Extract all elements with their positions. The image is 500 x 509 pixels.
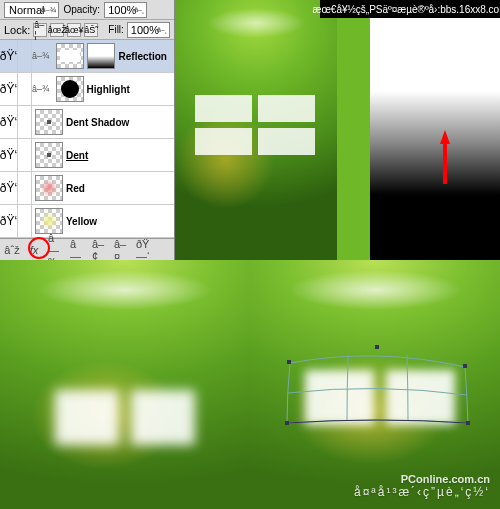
link-layers-icon[interactable]: âˆž	[4, 243, 20, 257]
layer-thumbnail[interactable]	[35, 142, 63, 168]
new-layer-icon[interactable]: â–¤	[114, 243, 130, 257]
watermark-en: PConline.com.cn	[354, 473, 490, 485]
layer-row[interactable]: ðŸ‘ Red	[0, 172, 174, 205]
link-cell[interactable]	[18, 106, 32, 139]
up-arrow-icon	[440, 130, 450, 144]
lock-pixels-icon[interactable]: âœŽ	[50, 23, 64, 37]
watermark-cn: å¤ªå¹³æ´‹ç”µè„‘ç½‘	[354, 485, 490, 499]
window-reflection-shape	[195, 95, 315, 155]
layers-panel: Normal Opacity: 100% Lock: â–¦ âœŽ âœ¥ â…	[0, 0, 175, 260]
layer-thumbnail[interactable]	[35, 109, 63, 135]
preview-blurred-reflection	[0, 260, 250, 509]
fill-label: Fill:	[108, 24, 124, 35]
lock-label: Lock:	[4, 24, 30, 36]
blurred-reflection	[55, 390, 195, 445]
opacity-label: Opacity:	[63, 4, 100, 15]
layers-footer: âˆž fx â—‰ â— â–¢ â–¤ ðŸ—‘	[0, 238, 174, 260]
layer-name: Dent	[66, 150, 174, 161]
blend-mode-value: Normal	[9, 4, 44, 16]
visibility-icon[interactable]: ðŸ‘	[0, 40, 18, 73]
opacity-value: 100%	[108, 4, 136, 16]
fill-input[interactable]: 100%	[127, 22, 170, 38]
svg-rect-3	[466, 421, 470, 425]
blend-mode-select[interactable]: Normal	[4, 2, 59, 18]
visibility-icon[interactable]: ðŸ‘	[0, 73, 18, 106]
link-cell[interactable]	[18, 73, 32, 106]
layer-thumbnail[interactable]	[56, 76, 84, 102]
layer-row[interactable]: ðŸ‘ Dent	[0, 139, 174, 172]
layer-name: Reflection	[119, 51, 174, 62]
lock-row: Lock: â–¦ âœŽ âœ¥ âŠ˜ Fill: 100%	[0, 20, 174, 40]
blend-options-row: Normal Opacity: 100%	[0, 0, 174, 20]
svg-rect-2	[285, 421, 289, 425]
lock-all-icon[interactable]: âŠ˜	[84, 23, 98, 37]
adjustment-icon[interactable]: â—	[70, 243, 86, 257]
watermark: PConline.com.cn å¤ªå¹³æ´‹ç”µè„‘ç½‘	[354, 473, 490, 499]
visibility-icon[interactable]: ðŸ‘	[0, 139, 18, 172]
group-icon[interactable]: â–¢	[92, 243, 108, 257]
trash-icon[interactable]: ðŸ—‘	[136, 243, 152, 257]
layer-name: Dent Shadow	[66, 117, 174, 128]
preview-gradient-mask	[337, 0, 500, 260]
chevron-down-icon[interactable]: â–¾	[32, 51, 50, 61]
link-cell[interactable]	[18, 139, 32, 172]
fx-icon[interactable]: fx	[26, 243, 42, 257]
svg-rect-1	[463, 364, 467, 368]
layer-row[interactable]: ðŸ‘ Dent Shadow	[0, 106, 174, 139]
link-cell[interactable]	[18, 172, 32, 205]
layer-row[interactable]: ðŸ‘ Yellow	[0, 205, 174, 238]
visibility-icon[interactable]: ðŸ‘	[0, 205, 18, 238]
link-cell[interactable]	[18, 205, 32, 238]
svg-rect-0	[287, 360, 291, 364]
visibility-icon[interactable]: ðŸ‘	[0, 172, 18, 205]
opacity-input[interactable]: 100%	[104, 2, 147, 18]
layer-row[interactable]: ðŸ‘ â–¾ Reflection	[0, 40, 174, 73]
layer-thumbnail[interactable]	[35, 175, 63, 201]
chevron-down-icon[interactable]: â–¾	[32, 84, 50, 94]
source-banner: æœ€å¥½çš„PSäº¤æµè®ºå›:bbs.16xx8.com	[320, 0, 500, 18]
layer-name: Red	[66, 183, 174, 194]
preview-window-reflection	[175, 0, 337, 260]
layer-row[interactable]: ðŸ‘ â–¾ Highlight	[0, 73, 174, 106]
layer-mask-thumbnail[interactable]	[87, 43, 115, 69]
layers-list: ðŸ‘ â–¾ Reflection ðŸ‘ â–¾ Highlight ðŸ‘…	[0, 40, 174, 238]
fill-value: 100%	[131, 24, 159, 36]
layer-name: Yellow	[66, 216, 174, 227]
visibility-icon[interactable]: ðŸ‘	[0, 106, 18, 139]
lock-position-icon[interactable]: âœ¥	[67, 23, 81, 37]
gradient-swatch	[370, 0, 500, 260]
add-mask-icon[interactable]: â—‰	[48, 243, 64, 257]
lock-transparency-icon[interactable]: â–¦	[33, 23, 47, 37]
preview-warp-transform: PConline.com.cn å¤ªå¹³æ´‹ç”µè„‘ç½‘	[250, 260, 500, 509]
svg-rect-4	[375, 345, 379, 349]
link-cell[interactable]	[18, 40, 32, 73]
layer-name: Highlight	[87, 84, 174, 95]
layer-thumbnail[interactable]	[35, 208, 63, 234]
warp-grid[interactable]	[285, 345, 470, 440]
layer-thumbnail[interactable]	[56, 43, 84, 69]
